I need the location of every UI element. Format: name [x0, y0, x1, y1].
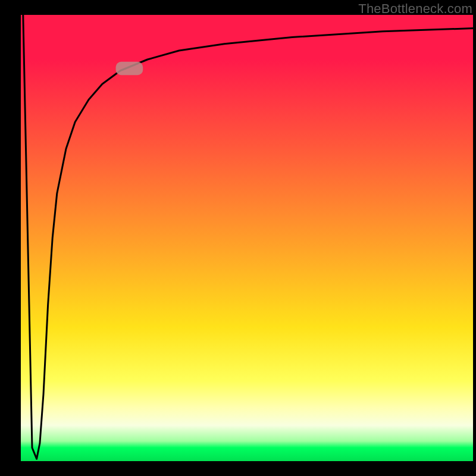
chart-container: TheBottleneck.com [0, 0, 476, 476]
watermark-text: TheBottleneck.com [358, 1, 472, 17]
frame-left [0, 0, 21, 476]
plot-area [21, 15, 473, 461]
frame-bottom [0, 461, 476, 476]
